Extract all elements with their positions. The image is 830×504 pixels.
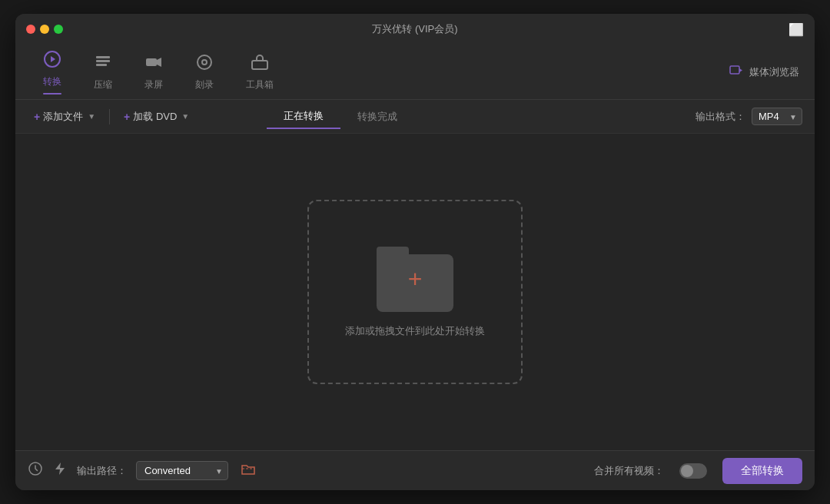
nav-record-label: 录屏: [144, 78, 163, 91]
traffic-lights: [26, 25, 63, 34]
nav-convert-label: 转换: [43, 75, 61, 88]
format-select[interactable]: MP4 MOV AVI MKV WMV FLV MP3 AAC: [752, 108, 802, 125]
toolbar-divider: [109, 109, 110, 124]
nav-compress-label: 压缩: [94, 78, 112, 91]
add-dvd-plus-icon: +: [124, 111, 130, 123]
active-indicator: [43, 93, 61, 94]
folder-icon: +: [377, 247, 453, 312]
maximize-button[interactable]: [54, 25, 63, 34]
convert-icon: [43, 50, 61, 72]
titlebar: 万兴优转 (VIP会员) ⬜: [15, 14, 815, 45]
merge-toggle[interactable]: [679, 463, 707, 479]
svg-point-7: [198, 55, 211, 69]
format-select-wrapper: MP4 MOV AVI MKV WMV FLV MP3 AAC ▼: [752, 108, 802, 125]
nav-item-burn[interactable]: 刻录: [183, 48, 226, 96]
media-browser-label: 媒体浏览器: [749, 65, 799, 79]
bottombar: 输出路径： Converted Desktop Downloads Custom…: [15, 450, 815, 490]
svg-marker-13: [55, 463, 65, 475]
tab-converting[interactable]: 正在转换: [267, 104, 340, 129]
toggle-knob: [681, 465, 693, 477]
output-format-group: 输出格式： MP4 MOV AVI MKV WMV FLV MP3 AAC ▼: [696, 108, 802, 125]
nav-item-compress[interactable]: 压缩: [81, 48, 124, 96]
add-file-label: 添加文件: [43, 110, 83, 124]
svg-rect-3: [96, 60, 110, 62]
svg-rect-10: [730, 66, 739, 74]
nav-toolbox-label: 工具箱: [246, 78, 274, 91]
svg-rect-4: [96, 64, 107, 66]
screen-icon: ⬜: [788, 22, 804, 37]
drop-hint-text: 添加或拖拽文件到此处开始转换: [345, 324, 485, 338]
subtoolbar: + 添加文件 ▼ + 加载 DVD ▼ 正在转换 转换完成 输出格式： MP4 …: [15, 100, 815, 134]
add-dvd-button[interactable]: + 加载 DVD ▼: [118, 107, 195, 127]
open-folder-icon[interactable]: [241, 461, 256, 480]
minimize-button[interactable]: [40, 25, 49, 34]
svg-rect-9: [252, 61, 267, 69]
add-dvd-label: 加载 DVD: [133, 110, 177, 124]
output-format-label: 输出格式：: [696, 110, 745, 124]
path-select[interactable]: Converted Desktop Downloads Custom...: [136, 461, 228, 480]
nav-burn-label: 刻录: [195, 78, 214, 91]
svg-point-8: [202, 60, 207, 65]
svg-rect-2: [96, 56, 110, 58]
add-dvd-arrow-icon: ▼: [181, 112, 189, 121]
merge-label: 合并所有视频：: [594, 464, 664, 478]
compress-icon: [94, 53, 112, 75]
output-path-label: 输出路径：: [77, 464, 127, 478]
convert-all-button[interactable]: 全部转换: [722, 458, 802, 484]
nav-item-convert[interactable]: 转换: [31, 45, 74, 99]
nav-item-toolbox[interactable]: 工具箱: [234, 48, 286, 96]
clock-icon[interactable]: [28, 461, 43, 480]
add-file-button[interactable]: + 添加文件 ▼: [28, 107, 101, 127]
svg-marker-6: [157, 58, 161, 67]
nav-group: 转换 压缩: [31, 45, 286, 99]
toolbox-icon: [251, 53, 269, 75]
main-window: 万兴优转 (VIP会员) ⬜ 转换: [15, 14, 815, 490]
svg-marker-11: [739, 68, 742, 72]
window-title: 万兴优转 (VIP会员): [372, 22, 457, 36]
folder-plus-icon: +: [408, 267, 423, 291]
drop-zone[interactable]: + 添加或拖拽文件到此处开始转换: [307, 200, 523, 384]
burn-icon: [195, 53, 214, 75]
close-button[interactable]: [26, 25, 35, 34]
add-file-arrow-icon: ▼: [88, 112, 95, 121]
svg-rect-5: [146, 58, 157, 66]
record-icon: [144, 53, 163, 75]
svg-marker-1: [51, 56, 55, 62]
tab-converted[interactable]: 转换完成: [340, 104, 414, 129]
media-browser-icon: [729, 64, 743, 81]
toolbar: 转换 压缩: [15, 45, 815, 100]
add-file-plus-icon: +: [34, 111, 40, 123]
tab-group: 正在转换 转换完成: [267, 104, 414, 129]
media-browser-btn[interactable]: 媒体浏览器: [729, 64, 799, 81]
main-content: + 添加或拖拽文件到此处开始转换: [15, 134, 815, 450]
path-select-wrapper: Converted Desktop Downloads Custom... ▼: [136, 461, 228, 480]
nav-item-record[interactable]: 录屏: [132, 48, 175, 96]
flash-icon[interactable]: [52, 461, 68, 480]
